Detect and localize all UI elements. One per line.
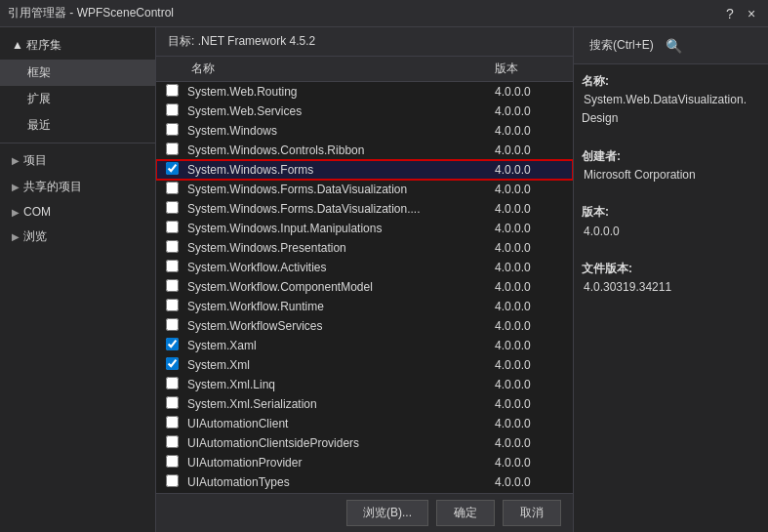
version-value: 4.0.0.0 <box>584 225 620 238</box>
row-checkbox-cell[interactable] <box>156 201 187 217</box>
row-checkbox[interactable] <box>166 455 179 468</box>
row-checkbox-cell[interactable] <box>156 103 187 119</box>
table-row[interactable]: System.Web.Routing 4.0.0.0 <box>156 82 573 102</box>
row-checkbox-cell[interactable] <box>156 279 187 295</box>
row-name: System.Web.Services <box>187 104 495 118</box>
row-version: 4.0.0.0 <box>495 202 573 216</box>
table-row[interactable]: System.Windows.Forms.DataVisualization 4… <box>156 180 573 199</box>
table-row[interactable]: System.Workflow.Runtime 4.0.0.0 <box>156 297 573 316</box>
confirm-button[interactable]: 确定 <box>436 500 495 526</box>
row-checkbox-cell[interactable] <box>156 299 187 314</box>
table-row[interactable]: System.Workflow.Activities 4.0.0.0 <box>156 258 573 277</box>
file-version-value: 4.0.30319.34211 <box>584 280 671 294</box>
row-checkbox[interactable] <box>166 318 179 331</box>
table-row[interactable]: System.Workflow.ComponentModel 4.0.0.0 <box>156 277 573 297</box>
sidebar-item-label: 浏览 <box>23 228 47 245</box>
row-checkbox[interactable] <box>166 279 179 292</box>
framework-label: 目标: .NET Framework 4.5.2 <box>168 34 315 48</box>
row-checkbox-cell[interactable] <box>156 338 187 353</box>
row-checkbox[interactable] <box>166 474 179 487</box>
row-checkbox[interactable] <box>166 103 179 116</box>
search-label: 搜索(Ctrl+E) <box>582 32 662 59</box>
row-checkbox[interactable] <box>166 260 179 272</box>
row-checkbox[interactable] <box>166 357 179 370</box>
sidebar-item-extensions[interactable]: 扩展 <box>0 86 155 112</box>
row-checkbox[interactable] <box>166 123 179 136</box>
row-checkbox-cell[interactable] <box>156 474 187 490</box>
row-checkbox-cell[interactable] <box>156 84 187 100</box>
row-checkbox-cell[interactable] <box>156 123 187 139</box>
cancel-button[interactable]: 取消 <box>503 500 561 526</box>
row-checkbox-cell[interactable] <box>156 357 187 373</box>
row-checkbox[interactable] <box>166 377 179 389</box>
table-row[interactable]: UIAutomationTypes 4.0.0.0 <box>156 472 573 492</box>
row-name: System.Windows.Input.Manipulations <box>187 222 495 235</box>
close-button[interactable]: × <box>743 5 760 22</box>
search-bar: 搜索(Ctrl+E) 🔍 <box>574 27 768 64</box>
sidebar-header-label: ▲ 程序集 <box>12 38 61 52</box>
row-checkbox[interactable] <box>166 396 179 409</box>
sidebar-item-framework[interactable]: 框架 <box>0 60 155 86</box>
row-checkbox-cell[interactable] <box>156 182 187 197</box>
row-checkbox-cell[interactable] <box>156 455 187 471</box>
row-checkbox-cell[interactable] <box>156 318 187 334</box>
sidebar-item-project[interactable]: ▶ 项目 <box>0 147 155 174</box>
row-checkbox-cell[interactable] <box>156 143 187 158</box>
help-button[interactable]: ? <box>721 5 739 22</box>
table-row[interactable]: System.Windows 4.0.0.0 <box>156 121 573 141</box>
row-version: 4.0.0.0 <box>495 104 573 118</box>
table-row[interactable]: System.Windows.Forms 4.0.0.0 <box>156 160 573 180</box>
sidebar: ▲ 程序集 框架 扩展 最近 ▶ 项目 ▶ 共享的项目 ▶ COM ▶ 浏览 <box>0 27 156 532</box>
table-row[interactable]: UIAutomationProvider 4.0.0.0 <box>156 453 573 472</box>
row-checkbox-cell[interactable] <box>156 162 187 178</box>
table-row[interactable]: System.Xml.Linq 4.0.0.0 <box>156 375 573 394</box>
sidebar-item-browse[interactable]: ▶ 浏览 <box>0 224 155 250</box>
row-checkbox[interactable] <box>166 416 179 429</box>
table-row[interactable]: System.Web.Services 4.0.0.0 <box>156 102 573 121</box>
table-row[interactable]: System.Windows.Controls.Ribbon 4.0.0.0 <box>156 141 573 160</box>
table-row[interactable]: WindowsBase 4.0.0.0 <box>156 492 573 493</box>
row-checkbox[interactable] <box>166 182 179 194</box>
row-checkbox-cell[interactable] <box>156 260 187 275</box>
table-row[interactable]: System.Xml 4.0.0.0 <box>156 355 573 375</box>
table-row[interactable]: UIAutomationClientsideProviders 4.0.0.0 <box>156 433 573 453</box>
sidebar-item-shared[interactable]: ▶ 共享的项目 <box>0 174 155 200</box>
row-checkbox[interactable] <box>166 221 179 233</box>
name-value: System.Web.DataVisualization. Design <box>582 93 747 125</box>
row-checkbox[interactable] <box>166 162 179 175</box>
row-checkbox-cell[interactable] <box>156 396 187 412</box>
table-body[interactable]: System.Web.Routing 4.0.0.0 System.Web.Se… <box>156 82 573 493</box>
row-version: 4.0.0.0 <box>495 241 573 255</box>
row-checkbox[interactable] <box>166 435 179 448</box>
row-checkbox[interactable] <box>166 299 179 311</box>
table-header: 名称 版本 <box>156 57 573 82</box>
table-row[interactable]: UIAutomationClient 4.0.0.0 <box>156 414 573 433</box>
creator-section: 创建者: Microsoft Corporation <box>582 147 760 184</box>
row-checkbox[interactable] <box>166 84 179 97</box>
row-checkbox-cell[interactable] <box>156 435 187 451</box>
row-checkbox-cell[interactable] <box>156 240 187 256</box>
table-row[interactable]: System.Windows.Input.Manipulations 4.0.0… <box>156 219 573 238</box>
table-row[interactable]: System.Windows.Presentation 4.0.0.0 <box>156 238 573 258</box>
row-checkbox-cell[interactable] <box>156 221 187 236</box>
search-icon[interactable]: 🔍 <box>666 38 682 54</box>
table-row[interactable]: System.WorkflowServices 4.0.0.0 <box>156 316 573 336</box>
table-row[interactable]: System.Windows.Forms.DataVisualization..… <box>156 199 573 219</box>
title-bar: 引用管理器 - WPFSceneControl ? × <box>0 0 768 27</box>
table-row[interactable]: System.Xml.Serialization 4.0.0.0 <box>156 394 573 414</box>
row-checkbox[interactable] <box>166 201 179 214</box>
browse-button[interactable]: 浏览(B)... <box>346 500 428 526</box>
sidebar-item-com[interactable]: ▶ COM <box>0 200 155 224</box>
sidebar-divider <box>0 143 155 143</box>
row-version: 4.0.0.0 <box>495 358 573 372</box>
table-row[interactable]: System.Xaml 4.0.0.0 <box>156 336 573 355</box>
title-buttons: ? × <box>721 5 760 22</box>
row-name: System.Windows <box>187 124 495 138</box>
row-checkbox-cell[interactable] <box>156 416 187 431</box>
row-checkbox[interactable] <box>166 143 179 155</box>
row-checkbox[interactable] <box>166 240 179 253</box>
row-checkbox-cell[interactable] <box>156 377 187 392</box>
row-version: 4.0.0.0 <box>495 417 573 430</box>
sidebar-item-recent[interactable]: 最近 <box>0 112 155 139</box>
row-checkbox[interactable] <box>166 338 179 350</box>
